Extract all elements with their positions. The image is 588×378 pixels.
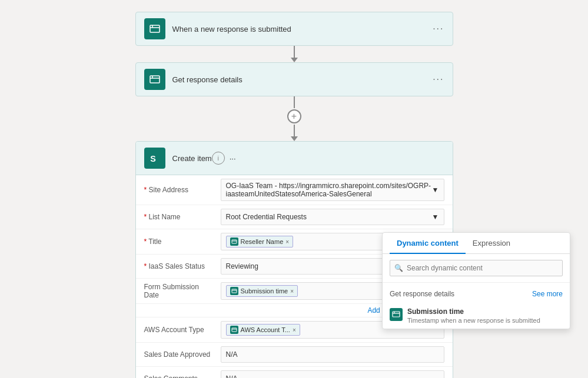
svg-rect-3 bbox=[150, 76, 160, 83]
form-row-sales-date-approved: Sales Date Approved N/A bbox=[136, 343, 453, 367]
svg-text:S: S bbox=[150, 154, 156, 163]
value-sales-date-approved[interactable]: N/A bbox=[221, 346, 444, 363]
token-submission-icon bbox=[230, 287, 238, 295]
search-wrapper: 🔍 bbox=[390, 260, 563, 276]
form-row-sales-comments: Sales Comments N/A bbox=[136, 367, 453, 378]
step1-icon bbox=[144, 18, 165, 39]
label-site-address: Site Address bbox=[144, 186, 221, 194]
dynamic-item-submission-time[interactable]: Submission time Timestamp when a new res… bbox=[383, 303, 570, 329]
label-submission-date: Form Submission Date bbox=[144, 283, 221, 299]
form-row-list-name: List Name Root Credential Requests ▼ bbox=[136, 205, 453, 229]
token-submission-close[interactable]: × bbox=[290, 288, 294, 295]
list-name-dropdown-icon: ▼ bbox=[432, 213, 439, 221]
svg-rect-7 bbox=[232, 240, 237, 243]
token-aws-text: AWS Account T... bbox=[241, 326, 290, 333]
step2-more-button[interactable]: ··· bbox=[433, 74, 444, 85]
panel-tabs: Dynamic content Expression bbox=[383, 233, 570, 254]
step3-icon: S bbox=[144, 148, 165, 169]
label-sales-date-approved: Sales Date Approved bbox=[144, 350, 221, 359]
value-sales-comments[interactable]: N/A bbox=[221, 370, 444, 378]
connector2-arrow bbox=[291, 136, 298, 141]
connector1-arrow bbox=[291, 58, 298, 62]
connector1-line bbox=[294, 46, 295, 58]
search-dynamic-content-input[interactable] bbox=[390, 260, 563, 276]
step3-title: Create item bbox=[172, 154, 212, 163]
connector2-line-bottom bbox=[294, 125, 295, 136]
panel-search-container: 🔍 bbox=[383, 254, 570, 283]
token-reseller-close[interactable]: × bbox=[285, 239, 289, 245]
value-site-address[interactable]: OG-IaaS Team - https://ingrammicro.share… bbox=[221, 179, 444, 201]
token-reseller-text: Reseller Name bbox=[241, 238, 284, 245]
token-aws-close[interactable]: × bbox=[293, 327, 296, 333]
add-step-button[interactable]: + bbox=[287, 109, 301, 123]
token-reseller-name: Reseller Name × bbox=[226, 236, 294, 247]
connector2-line-top bbox=[294, 96, 295, 108]
token-aws-icon bbox=[230, 326, 238, 334]
label-sales-comments: Sales Comments bbox=[144, 374, 221, 378]
step3-info-button[interactable]: i bbox=[212, 152, 225, 165]
svg-rect-13 bbox=[393, 312, 400, 317]
create-item-header: S Create item i ··· bbox=[136, 142, 453, 175]
tab-dynamic-content[interactable]: Dynamic content bbox=[390, 233, 466, 253]
list-name-text: Root Credential Requests bbox=[226, 213, 307, 221]
search-icon: 🔍 bbox=[394, 264, 403, 272]
tab-expression[interactable]: Expression bbox=[466, 233, 517, 253]
step2-title: Get response details bbox=[172, 75, 433, 84]
connector2: + bbox=[135, 96, 453, 141]
label-iaas-sales-status: IaaS Sales Status bbox=[144, 262, 221, 270]
svg-rect-0 bbox=[150, 25, 160, 32]
step3-more-button[interactable]: ··· bbox=[230, 154, 236, 163]
token-submission-text: Submission time bbox=[241, 287, 288, 295]
token-submission-time: Submission time × bbox=[226, 285, 298, 297]
sales-date-approved-text: N/A bbox=[226, 350, 238, 359]
step2-card: Get response details ··· bbox=[135, 62, 453, 96]
dynamic-item-name: Submission time bbox=[407, 307, 540, 316]
sales-comments-text: N/A bbox=[226, 374, 238, 378]
dynamic-item-icon bbox=[390, 308, 403, 321]
panel-section: Get response details See more bbox=[383, 283, 570, 303]
section-title: Get response details bbox=[390, 290, 454, 298]
label-title: Title bbox=[144, 237, 221, 246]
step2-icon bbox=[144, 69, 165, 90]
dynamic-content-panel: Dynamic content Expression 🔍 Get respons… bbox=[382, 232, 570, 329]
site-address-text: OG-IaaS Team - https://ingrammicro.share… bbox=[226, 182, 432, 198]
step1-more-button[interactable]: ··· bbox=[433, 24, 444, 34]
value-list-name[interactable]: Root Credential Requests ▼ bbox=[221, 209, 444, 225]
label-list-name: List Name bbox=[144, 213, 221, 221]
form-row-site-address: Site Address OG-IaaS Team - https://ingr… bbox=[136, 175, 453, 205]
dynamic-item-desc: Timestamp when a new response is submitt… bbox=[407, 317, 540, 324]
section-header: Get response details See more bbox=[390, 287, 563, 300]
iaas-sales-status-text: Reviewing bbox=[226, 262, 258, 270]
step1-card: When a new response is submitted ··· bbox=[135, 12, 453, 46]
dynamic-item-text: Submission time Timestamp when a new res… bbox=[407, 307, 540, 324]
svg-rect-9 bbox=[232, 289, 237, 293]
site-address-dropdown-icon: ▼ bbox=[432, 186, 439, 194]
step1-title: When a new response is submitted bbox=[172, 25, 433, 34]
svg-rect-11 bbox=[232, 328, 237, 332]
label-aws-account-type: AWS Account Type bbox=[144, 326, 221, 334]
see-more-button[interactable]: See more bbox=[532, 290, 563, 298]
token-reseller-icon bbox=[230, 237, 238, 246]
token-aws-account: AWS Account T... × bbox=[226, 324, 300, 336]
connector1 bbox=[135, 46, 453, 62]
